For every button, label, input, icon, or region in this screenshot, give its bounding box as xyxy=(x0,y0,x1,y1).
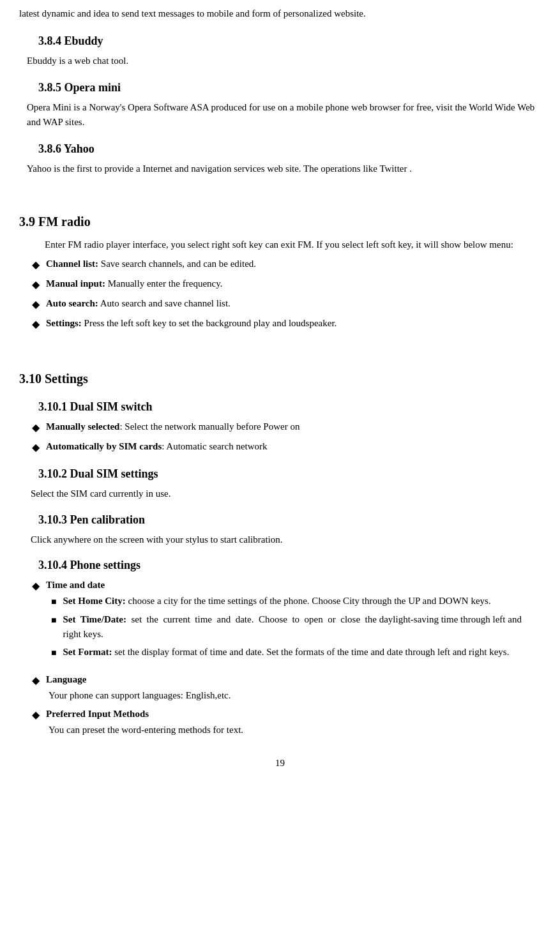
section-384-heading: 3.8.4 Ebuddy xyxy=(38,33,541,50)
section-385-heading: 3.8.5 Opera mini xyxy=(38,79,541,96)
diamond-icon: ◆ xyxy=(32,578,40,594)
square-icon: ■ xyxy=(51,646,56,660)
nested-text: Set Time/Date: set the current time and … xyxy=(63,612,541,641)
preferred-input-body: You can preset the word-entering methods… xyxy=(49,723,243,737)
square-icon: ■ xyxy=(51,595,56,608)
section-39-intro: Enter FM radio player interface, you sel… xyxy=(45,238,541,252)
diamond-icon: ◆ xyxy=(32,297,40,312)
bullet-text: Channel list: Save search channels, and … xyxy=(46,257,256,271)
section-310: 3.10 Settings 3.10.1 Dual SIM switch ◆ M… xyxy=(19,369,541,737)
section-310-heading: 3.10 Settings xyxy=(19,369,541,388)
page-number: 19 xyxy=(19,756,541,771)
diamond-icon: ◆ xyxy=(32,420,40,435)
diamond-icon: ◆ xyxy=(32,707,40,723)
section-3103: 3.10.3 Pen calibration Click anywhere on… xyxy=(19,511,541,547)
bullet-text: Manually selected: Select the network ma… xyxy=(46,419,299,434)
list-item: ◆ Manual input: Manually enter the frequ… xyxy=(32,276,541,292)
diamond-icon: ◆ xyxy=(32,440,40,455)
section-3101-bullets: ◆ Manually selected: Select the network … xyxy=(32,419,541,455)
list-item: ◆ Channel list: Save search channels, an… xyxy=(32,257,541,273)
section-3103-body: Click anywhere on the screen with your s… xyxy=(31,532,541,547)
bullet-text: Auto search: Auto search and save channe… xyxy=(46,296,231,311)
section-3101-heading: 3.10.1 Dual SIM switch xyxy=(38,398,541,416)
nested-list-item: ■ Set Format: set the display format of … xyxy=(51,645,541,660)
diamond-icon: ◆ xyxy=(32,277,40,292)
intro-paragraph: latest dynamic and idea to send text mes… xyxy=(19,6,541,21)
section-3103-heading: 3.10.3 Pen calibration xyxy=(38,511,541,529)
section-3104-bullets: ◆ Time and date ■ Set Home City: choose … xyxy=(32,578,541,737)
bullet-text: Settings: Press the left soft key to set… xyxy=(46,316,337,331)
section-39-heading: 3.9 FM radio xyxy=(19,212,541,231)
section-39: 3.9 FM radio Enter FM radio player inter… xyxy=(19,212,541,333)
preferred-input-label: Preferred Input Methods xyxy=(46,707,149,721)
list-item-time-date: ◆ Time and date ■ Set Home City: choose … xyxy=(32,578,541,668)
section-3102-heading: 3.10.2 Dual SIM settings xyxy=(38,465,541,483)
diamond-icon: ◆ xyxy=(32,317,40,332)
section-3102: 3.10.2 Dual SIM settings Select the SIM … xyxy=(19,465,541,501)
section-386: 3.8.6 Yahoo Yahoo is the first to provid… xyxy=(19,140,541,176)
section-39-bullets: ◆ Channel list: Save search channels, an… xyxy=(32,257,541,332)
nested-text: Set Format: set the display format of ti… xyxy=(63,645,509,660)
list-item: ◆ Auto search: Auto search and save chan… xyxy=(32,296,541,312)
section-3102-body: Select the SIM card currently in use. xyxy=(31,486,541,501)
section-385-body: Opera Mini is a Norway's Opera Software … xyxy=(27,100,541,129)
bullet-text: Automatically by SIM cards: Automatic se… xyxy=(46,439,268,454)
diamond-icon: ◆ xyxy=(32,257,40,273)
list-item: ◆ Settings: Press the left soft key to s… xyxy=(32,316,541,332)
list-item: ◆ Automatically by SIM cards: Automatic … xyxy=(32,439,541,455)
bullet-label-language: Language xyxy=(46,672,86,687)
section-3104-heading: 3.10.4 Phone settings xyxy=(38,557,541,574)
section-384: 3.8.4 Ebuddy Ebuddy is a web chat tool. xyxy=(19,33,541,68)
section-385: 3.8.5 Opera mini Opera Mini is a Norway'… xyxy=(19,79,541,129)
language-body: Your phone can support languages: Englis… xyxy=(49,688,231,703)
section-384-body: Ebuddy is a web chat tool. xyxy=(27,54,541,68)
nested-list-item: ■ Set Home City: choose a city for the t… xyxy=(51,594,541,608)
list-item-language: ◆ Language Your phone can support langua… xyxy=(32,672,541,703)
list-item-preferred-input: ◆ Preferred Input Methods You can preset… xyxy=(32,707,541,737)
nested-text: Set Home City: choose a city for the tim… xyxy=(63,594,490,608)
list-item: ◆ Manually selected: Select the network … xyxy=(32,419,541,435)
square-icon: ■ xyxy=(51,614,56,627)
nested-time-bullets: ■ Set Home City: choose a city for the t… xyxy=(51,594,541,663)
diamond-icon: ◆ xyxy=(32,673,40,688)
nested-list-item: ■ Set Time/Date: set the current time an… xyxy=(51,612,541,641)
section-386-body: Yahoo is the first to provide a Internet… xyxy=(27,162,541,176)
section-386-heading: 3.8.6 Yahoo xyxy=(38,140,541,158)
bullet-label-time: Time and date xyxy=(46,578,105,592)
section-3104: 3.10.4 Phone settings ◆ Time and date ■ … xyxy=(19,557,541,737)
section-3101: 3.10.1 Dual SIM switch ◆ Manually select… xyxy=(19,398,541,455)
bullet-text: Manual input: Manually enter the frequen… xyxy=(46,276,222,291)
